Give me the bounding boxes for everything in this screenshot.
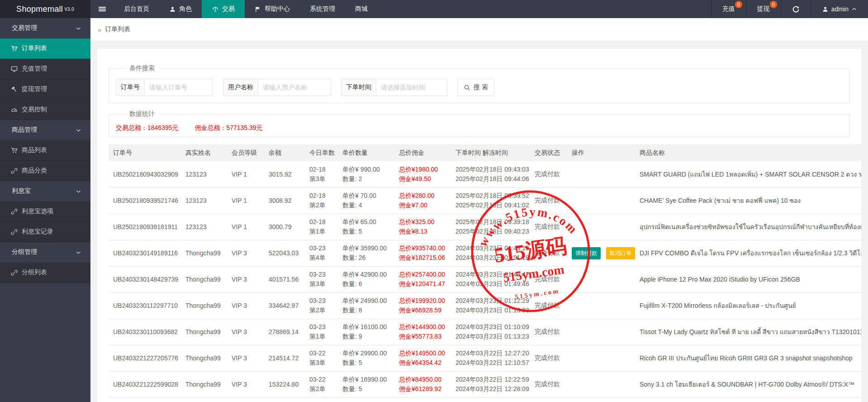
sidebar-item-withdraw-management[interactable]: 提现管理 <box>0 79 90 100</box>
search-button[interactable]: 搜 索 <box>457 79 494 96</box>
link-icon <box>11 229 18 235</box>
sidebar-group-grouping-management[interactable]: 分组管理 <box>0 242 90 263</box>
sidebar-item-label: 利息宝记录 <box>22 228 53 236</box>
total-commission-cell: 总价¥325.00佣金¥8.13 <box>394 214 451 240</box>
real-name-cell: Thongcha99 <box>181 319 227 345</box>
order-id-cell <box>109 397 181 402</box>
real-name-cell: 123123 <box>181 214 227 240</box>
balance-cell: 334642.97 <box>264 292 305 319</box>
nav-item-roles[interactable]: 角色 <box>159 0 202 18</box>
unit-qty-cell: 单价¥ 16990.00数量: 5 <box>338 371 394 397</box>
vip-level-cell: VIP 3 <box>227 292 264 319</box>
unit-qty-cell: 单价¥ 65.00数量: 5 <box>338 214 394 240</box>
vip-level-cell: VIP 3 <box>227 319 264 345</box>
breadcrumb-icon: » <box>98 26 101 34</box>
nav-item-trade[interactable]: 交易 <box>202 0 245 18</box>
product-name-cell: Apple iPhone 12 Pro Max 2020 iStudio by … <box>635 266 861 292</box>
sidebar-item-interest-options[interactable]: 利息宝选项 <box>0 201 90 222</box>
sidebar-item-order-list[interactable]: 订单列表 <box>0 38 90 59</box>
order-id-cell: UB2403230112297710 <box>109 292 181 319</box>
chevron-down-icon <box>76 249 81 255</box>
unit-qty-cell: 单价¥ 24990.00数量: 8 <box>338 292 394 319</box>
nav-label: 系统管理 <box>310 5 335 13</box>
nav-item-dashboard[interactable]: 后台首页 <box>114 0 159 18</box>
balance-cell: 3000.79 <box>264 214 305 240</box>
sidebar-item-product-list[interactable]: 商品列表 <box>0 140 90 161</box>
sidebar-group-product-management[interactable]: 商品管理 <box>0 120 90 140</box>
app-logo-text: Shopmemall <box>16 5 63 14</box>
trade-status-cell: 完成付款 <box>530 214 567 240</box>
unit-qty-cell: 单价¥ 10200.00 <box>338 397 394 402</box>
col-product-name: 商品名称 <box>635 144 861 161</box>
sidebar-item-interest-records[interactable]: 利息宝记录 <box>0 222 90 242</box>
username-label: 用户名称 <box>223 79 258 96</box>
order-time-cell: 2024年03月22日 12:27:202024年03月22日 12:10:57 <box>451 345 530 371</box>
refresh-button[interactable] <box>781 0 811 18</box>
table-row: UB2403230149189116 Thongcha99 VIP 3 5220… <box>109 240 861 266</box>
sidebar-item-recharge-management[interactable]: 充值管理 <box>0 59 90 79</box>
order-id-cell: UB2403221222599028 <box>109 371 181 397</box>
breadcrumb: » 订单列表 <box>90 18 868 41</box>
total-commission-cell: 总价¥144900.00佣金¥55773.83 <box>394 319 451 345</box>
sidebar-group-interest-treasure[interactable]: 利息宝 <box>0 181 90 201</box>
real-name-cell: Thongcha99 <box>181 292 227 319</box>
sidebar-item-trade-control[interactable]: 交易控制 <box>0 100 90 120</box>
cancel-order-button[interactable]: 取消订单 <box>606 247 635 259</box>
sidebar-group-label: 交易管理 <box>12 24 37 32</box>
sidebar-group-trade-management[interactable]: 交易管理 <box>0 18 90 38</box>
nav-label: 后台首页 <box>124 5 149 13</box>
order-time-group: 下单时间 <box>341 79 447 96</box>
real-name-cell: 123123 <box>181 187 227 214</box>
nav-item-mall[interactable]: 商城 <box>345 0 378 18</box>
table-row: UB2403230110093682 Thongcha99 VIP 3 2788… <box>109 319 861 345</box>
table-row: UB2502180939521746 123123 VIP 1 3008.92 … <box>109 187 861 214</box>
actions-cell <box>567 345 635 371</box>
top-nav: 后台首页 角色 交易 帮助中心 系统管理 商城 <box>114 0 378 18</box>
order-time-input[interactable] <box>376 79 447 96</box>
today-orders-cell: 03-22第3单 <box>305 345 338 371</box>
user-menu[interactable]: admin <box>811 0 868 18</box>
force-pay-button[interactable]: 强制付款 <box>572 247 601 259</box>
stats-line: 交易总额：1846395元 佣金总额：577135.39元 <box>116 120 843 132</box>
col-total-commission: 总价佣金 <box>394 144 451 161</box>
unit-qty-cell: 单价¥ 70.00数量: 4 <box>338 187 394 214</box>
username-input[interactable] <box>258 79 331 96</box>
unit-qty-cell: 单价¥ 990.00数量: 2 <box>338 161 394 187</box>
actions-cell <box>567 266 635 292</box>
sidebar-item-label: 充值管理 <box>22 65 47 73</box>
col-actions: 操作 <box>567 144 635 161</box>
actions-cell <box>567 187 635 214</box>
order-id-cell: UB2502180943032909 <box>109 161 181 187</box>
main-area: » 订单列表 条件搜索 订单号 用户名称 下单时间 <box>90 18 868 402</box>
today-orders-cell: 03-23第3单 <box>305 266 338 292</box>
nav-item-system[interactable]: 系统管理 <box>300 0 345 18</box>
trade-status-cell: 完成付款 <box>530 161 567 187</box>
sidebar-item-group-list[interactable]: 分组列表 <box>0 263 90 283</box>
real-name-cell: Thongcha99 <box>181 240 227 266</box>
flag-icon <box>255 6 261 13</box>
balance-cell: 401571.56 <box>264 266 305 292</box>
trade-status-cell: 等待付款 <box>530 240 567 266</box>
order-id-input[interactable] <box>144 79 213 96</box>
cart-icon <box>11 147 18 154</box>
sidebar-collapse-button[interactable] <box>90 0 114 18</box>
nav-item-help-center[interactable]: 帮助中心 <box>245 0 300 18</box>
today-orders-cell: 03-23第1单 <box>305 319 338 345</box>
vip-level-cell: VIP 1 <box>227 161 264 187</box>
today-orders-cell: 03-23第4单 <box>305 240 338 266</box>
order-id-cell: UB2403221227205776 <box>109 345 181 371</box>
sidebar-item-label: 利息宝选项 <box>22 207 53 215</box>
col-vip-level: 会员等级 <box>227 144 264 161</box>
nav-label: 角色 <box>179 5 192 13</box>
product-name-cell: อุปกรณ์ฟิตเนสเครื่องช่วยซิทอัพของใช้ในคร… <box>635 214 861 240</box>
trade-status-cell: 完成付款 <box>530 292 567 319</box>
product-name-cell: Fujifilm X-T200 Mirrorless กล้องมิลเลอร์… <box>635 292 861 319</box>
recharge-shortcut[interactable]: 充值 0 <box>711 0 746 18</box>
product-name-cell: Ricoh GR III ประกันศูนย์ไทย Ricoh GRIII … <box>635 345 861 371</box>
sidebar-item-product-category[interactable]: 商品分类 <box>0 161 90 181</box>
real-name-cell: Thongcha99 <box>181 371 227 397</box>
order-time-cell: 2024年03月22日 12:15:04 <box>451 397 530 402</box>
col-order-time: 下单时间 解冻时间 <box>451 144 530 161</box>
withdraw-shortcut[interactable]: 提现 0 <box>746 0 781 18</box>
table-row: UB2502180943032909 123123 VIP 1 3015.92 … <box>109 161 861 187</box>
